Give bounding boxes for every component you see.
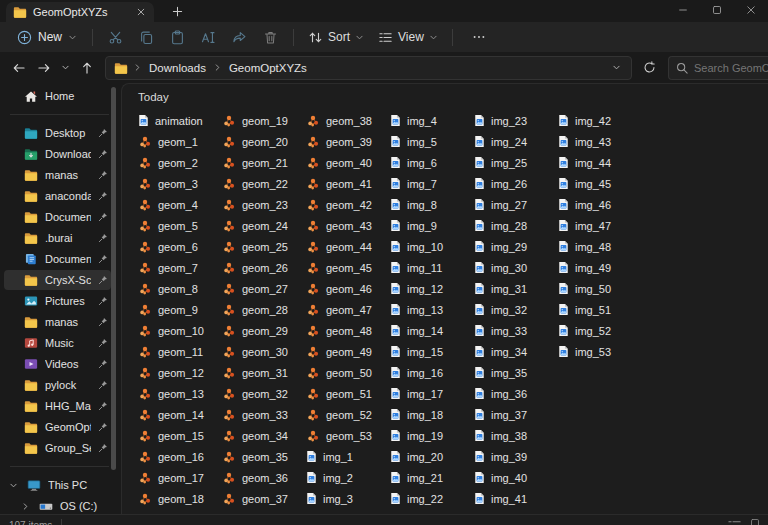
file-img-49[interactable]: img_49 (555, 257, 639, 278)
file-img-45[interactable]: img_45 (555, 173, 639, 194)
sidebar-item-this-pc[interactable]: This PC (4, 475, 111, 495)
file-img-43[interactable]: img_43 (555, 131, 639, 152)
sidebar-item-videos[interactable]: Videos (4, 354, 111, 374)
paste-button[interactable] (162, 25, 193, 49)
file-geom-14[interactable]: geom_14 (135, 404, 219, 425)
file-geom-35[interactable]: geom_35 (219, 446, 303, 467)
file-img-53[interactable]: img_53 (555, 341, 639, 362)
address-dropdown-button[interactable] (610, 63, 623, 72)
file-img-10[interactable]: img_10 (387, 236, 471, 257)
file-geom-21[interactable]: geom_21 (219, 152, 303, 173)
file-img-21[interactable]: img_21 (387, 467, 471, 488)
sidebar-item-burai[interactable]: .burai (4, 228, 111, 248)
file-img-8[interactable]: img_8 (387, 194, 471, 215)
file-geom-23[interactable]: geom_23 (219, 194, 303, 215)
chevron-down-icon[interactable] (7, 481, 20, 490)
file-geom-47[interactable]: geom_47 (303, 299, 387, 320)
file-img-16[interactable]: img_16 (387, 362, 471, 383)
file-img-33[interactable]: img_33 (471, 320, 555, 341)
file-img-23[interactable]: img_23 (471, 110, 555, 131)
file-geom-27[interactable]: geom_27 (219, 278, 303, 299)
refresh-button[interactable] (636, 56, 662, 80)
file-img-7[interactable]: img_7 (387, 173, 471, 194)
view-button[interactable]: View (371, 26, 445, 49)
breadcrumb-item-downloads[interactable]: Downloads (147, 61, 208, 75)
file-img-25[interactable]: img_25 (471, 152, 555, 173)
file-img-20[interactable]: img_20 (387, 446, 471, 467)
delete-button[interactable] (255, 25, 286, 49)
file-geom-34[interactable]: geom_34 (219, 425, 303, 446)
file-geom-48[interactable]: geom_48 (303, 320, 387, 341)
sidebar-item-pylock[interactable]: pylock (4, 375, 111, 395)
up-button[interactable] (74, 55, 99, 80)
file-geom-26[interactable]: geom_26 (219, 257, 303, 278)
rename-button[interactable] (193, 25, 224, 49)
file-geom-13[interactable]: geom_13 (135, 383, 219, 404)
file-img-36[interactable]: img_36 (471, 383, 555, 404)
file-geom-49[interactable]: geom_49 (303, 341, 387, 362)
cut-button[interactable] (100, 25, 131, 49)
file-geom-52[interactable]: geom_52 (303, 404, 387, 425)
file-geom-5[interactable]: geom_5 (135, 215, 219, 236)
minimize-button[interactable] (666, 0, 700, 19)
file-img-27[interactable]: img_27 (471, 194, 555, 215)
breadcrumb-item-geomoptxyzs[interactable]: GeomOptXYZs (227, 61, 309, 75)
sidebar-item-documents[interactable]: Documents (4, 207, 111, 227)
file-img-46[interactable]: img_46 (555, 194, 639, 215)
file-geom-51[interactable]: geom_51 (303, 383, 387, 404)
file-geom-44[interactable]: geom_44 (303, 236, 387, 257)
file-img-37[interactable]: img_37 (471, 404, 555, 425)
file-geom-31[interactable]: geom_31 (219, 362, 303, 383)
file-geom-39[interactable]: geom_39 (303, 131, 387, 152)
file-geom-38[interactable]: geom_38 (303, 110, 387, 131)
sidebar-item-group-semin[interactable]: Group_Semin (4, 438, 111, 458)
sidebar-item-desktop[interactable]: Desktop (4, 123, 111, 143)
file-img-14[interactable]: img_14 (387, 320, 471, 341)
file-img-34[interactable]: img_34 (471, 341, 555, 362)
file-geom-11[interactable]: geom_11 (135, 341, 219, 362)
file-img-28[interactable]: img_28 (471, 215, 555, 236)
forward-button[interactable] (31, 55, 56, 80)
explorer-tab[interactable]: GeomOptXYZs (6, 2, 154, 22)
file-img-52[interactable]: img_52 (555, 320, 639, 341)
file-img-26[interactable]: img_26 (471, 173, 555, 194)
file-img-31[interactable]: img_31 (471, 278, 555, 299)
file-geom-18[interactable]: geom_18 (135, 488, 219, 509)
file-img-1[interactable]: img_1 (303, 446, 387, 467)
file-geom-2[interactable]: geom_2 (135, 152, 219, 173)
file-geom-4[interactable]: geom_4 (135, 194, 219, 215)
sidebar-item-anaconda3[interactable]: anaconda3 (4, 186, 111, 206)
sidebar-item-os-c[interactable]: OS (C:) (16, 496, 111, 516)
sidebar-item-music[interactable]: Music (4, 333, 111, 353)
back-button[interactable] (6, 55, 31, 80)
file-img-51[interactable]: img_51 (555, 299, 639, 320)
file-geom-42[interactable]: geom_42 (303, 194, 387, 215)
file-img-3[interactable]: img_3 (303, 488, 387, 509)
file-img-32[interactable]: img_32 (471, 299, 555, 320)
file-img-50[interactable]: img_50 (555, 278, 639, 299)
file-geom-45[interactable]: geom_45 (303, 257, 387, 278)
file-img-42[interactable]: img_42 (555, 110, 639, 131)
file-img-12[interactable]: img_12 (387, 278, 471, 299)
file-img-47[interactable]: img_47 (555, 215, 639, 236)
large-icons-view-icon[interactable] (750, 518, 760, 525)
maximize-button[interactable] (700, 0, 734, 19)
file-img-35[interactable]: img_35 (471, 362, 555, 383)
file-img-6[interactable]: img_6 (387, 152, 471, 173)
recent-locations-button[interactable] (56, 55, 74, 80)
file-img-30[interactable]: img_30 (471, 257, 555, 278)
file-geom-3[interactable]: geom_3 (135, 173, 219, 194)
file-img-40[interactable]: img_40 (471, 467, 555, 488)
sidebar-item-downloads[interactable]: Downloads (4, 144, 111, 164)
tab-close-icon[interactable] (135, 6, 147, 18)
details-view-icon[interactable] (727, 518, 742, 525)
file-img-22[interactable]: img_22 (387, 488, 471, 509)
file-img-39[interactable]: img_39 (471, 446, 555, 467)
file-img-15[interactable]: img_15 (387, 341, 471, 362)
sidebar-item-geomoptxyz[interactable]: GeomOptXYZ (4, 417, 111, 437)
file-geom-8[interactable]: geom_8 (135, 278, 219, 299)
file-geom-41[interactable]: geom_41 (303, 173, 387, 194)
file-geom-22[interactable]: geom_22 (219, 173, 303, 194)
file-geom-25[interactable]: geom_25 (219, 236, 303, 257)
file-geom-30[interactable]: geom_30 (219, 341, 303, 362)
